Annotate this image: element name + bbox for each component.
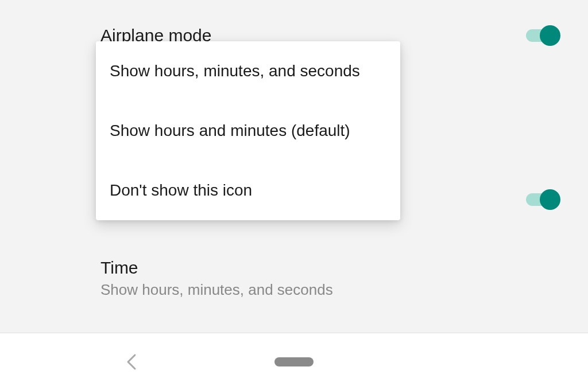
airplane-mode-toggle[interactable]: [526, 24, 560, 47]
time-setting-row[interactable]: Time Show hours, minutes, and seconds: [100, 258, 333, 299]
navigation-bar: [0, 333, 588, 390]
chevron-left-icon: [126, 353, 137, 371]
time-format-popup: Show hours, minutes, and seconds Show ho…: [96, 41, 400, 220]
settings-content: Airplane mode Show hours, minutes, and s…: [0, 0, 588, 333]
option-show-minutes-default[interactable]: Show hours and minutes (default): [96, 101, 400, 161]
time-title: Time: [100, 258, 333, 278]
setting-toggle-2[interactable]: [526, 188, 560, 211]
option-dont-show[interactable]: Don't show this icon: [96, 161, 400, 220]
option-show-seconds[interactable]: Show hours, minutes, and seconds: [96, 41, 400, 101]
nav-back-button[interactable]: [123, 354, 140, 370]
toggle-thumb: [540, 189, 560, 210]
toggle-thumb: [540, 25, 560, 46]
nav-home-pill[interactable]: [274, 357, 314, 366]
time-subtitle: Show hours, minutes, and seconds: [100, 281, 333, 299]
